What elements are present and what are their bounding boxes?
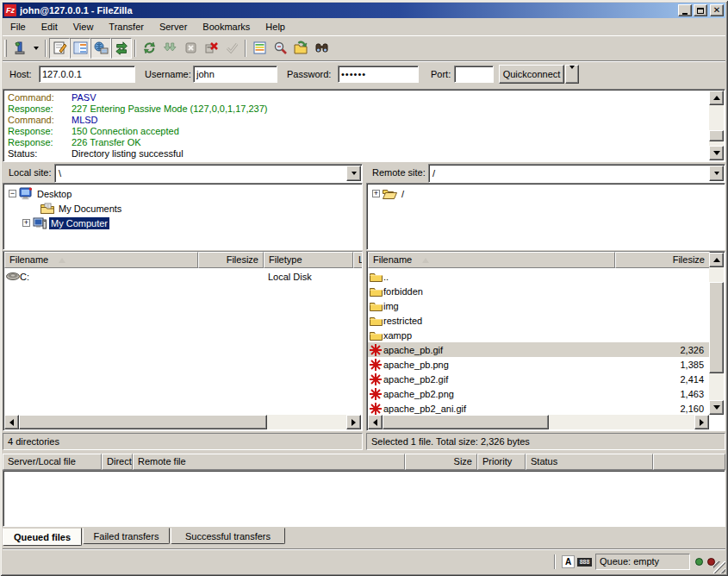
file-name: restricted [383,316,422,326]
menu-file[interactable]: File [3,20,34,34]
column-header-server-local-file[interactable]: Server/Local file [3,454,102,470]
remote-file-row[interactable]: apache_pb2_ani.gif2,160 [368,401,710,416]
ascii-datatype-icon[interactable]: A [562,555,575,568]
remote-file-row[interactable]: apache_pb2.gif2,414 [368,372,710,386]
menu-view[interactable]: View [65,20,102,34]
directory-comparison-button[interactable] [249,38,270,59]
minimize-button[interactable] [678,4,692,16]
process-queue-button[interactable] [159,38,180,59]
remote-site-combo[interactable]: / [428,164,725,183]
remote-file-row[interactable]: xampp [368,328,710,342]
remote-list-hscrollbar[interactable] [368,415,709,429]
column-header-filesize[interactable]: Filesize [198,252,264,268]
find-files-button[interactable] [311,38,332,59]
cancel-button[interactable] [180,38,201,59]
local-site-value: \ [59,168,61,178]
menu-server[interactable]: Server [152,20,195,34]
local-site-dropdown[interactable] [346,166,361,181]
tab-queued-files[interactable]: Queued files [3,528,82,546]
tab-successful-transfers[interactable]: Successful transfers [171,528,285,544]
remote-tree[interactable]: + / [366,183,725,250]
file-size: 1,463 [626,389,704,399]
log-scrollbar[interactable] [709,91,724,160]
menu-transfer[interactable]: Transfer [101,20,152,34]
quickconnect-dropdown-button[interactable] [565,65,579,84]
title-bar[interactable]: Fz john@127.0.0.1 - FileZilla ✕ [3,3,725,18]
disconnect-button[interactable] [201,38,221,59]
menu-bookmarks[interactable]: Bookmarks [195,20,258,34]
remote-list-vscrollbar[interactable] [709,253,724,415]
host-input[interactable] [39,66,135,83]
tree-item-root[interactable]: + / [372,186,406,201]
file-name: apache_pb2.gif [383,374,448,385]
site-manager-dropdown-button[interactable] [30,38,42,59]
tree-item-my-computer[interactable]: + My Computer [22,216,109,230]
tree-item-desktop[interactable]: − Desktop [9,186,73,201]
remote-file-row[interactable]: .. [368,269,710,284]
speedlimit-icon[interactable]: 888 [577,558,592,567]
toggle-local-tree-button[interactable] [70,38,90,59]
port-input[interactable] [454,66,494,83]
collapse-icon[interactable]: − [9,190,16,197]
column-header-filetype[interactable]: Filetype [264,252,353,268]
local-tree[interactable]: − Desktop My Documents + My Computer [3,183,363,250]
username-input[interactable] [193,66,277,83]
toolbar-separator [134,40,136,57]
column-header-filename[interactable]: Filename [368,252,615,268]
column-header-status[interactable]: Status [526,454,653,470]
toggle-message-log-button[interactable] [49,38,70,59]
username-label: Username: [145,69,191,79]
column-header-remote-file[interactable]: Remote file [133,454,405,470]
message-log[interactable]: Command:PASV Response:227 Entering Passi… [3,89,725,162]
menu-edit[interactable]: Edit [34,20,65,34]
expand-icon[interactable]: + [372,190,380,197]
filter-button[interactable] [270,38,290,59]
refresh-button[interactable] [139,38,159,59]
quickconnect-button[interactable]: Quickconnect [499,65,564,84]
password-input[interactable] [338,66,419,83]
remote-site-dropdown[interactable] [709,166,724,181]
column-header-direction[interactable]: Directi... [102,454,133,470]
column-header-priority[interactable]: Priority [477,454,526,470]
local-file-list[interactable]: Filename Filesize Filetype L C: Local Di… [3,251,363,431]
column-header-filename[interactable]: Filename [4,252,198,268]
refresh-icon [142,41,157,55]
file-size: 2,326 [626,345,704,355]
remote-file-row[interactable]: apache_pb2.png1,463 [368,386,710,401]
column-header-lastmodified[interactable]: L [353,252,363,268]
remote-file-row[interactable]: restricted [368,313,710,328]
remote-file-row[interactable]: img [368,298,710,313]
tab-failed-transfers[interactable]: Failed transfers [83,528,170,544]
synchronized-browsing-button[interactable] [290,38,311,59]
hscroll-thumb[interactable] [19,415,267,429]
local-file-row[interactable]: C: Local Disk [4,269,363,284]
remote-site-bar: Remote site: / [366,164,725,183]
hscroll-thumb[interactable] [383,415,549,429]
synchronized-browsing-icon [294,41,308,55]
resize-grip[interactable] [713,561,725,573]
local-list-hscrollbar[interactable] [4,415,361,429]
remote-file-list[interactable]: Filename Filesize .. forbidden img restr… [366,251,725,431]
local-site-combo[interactable]: \ [54,164,363,183]
toggle-remote-tree-button[interactable] [90,38,111,59]
remote-file-row-selected[interactable]: apache_pb.gif2,326 [368,342,710,357]
close-button[interactable]: ✕ [710,4,724,16]
status-bar: A 888 Queue: empty [3,548,725,573]
tree-item-my-documents[interactable]: My Documents [38,201,123,216]
menu-help[interactable]: Help [258,20,293,34]
remote-file-row[interactable]: forbidden [368,284,710,298]
remote-file-row[interactable]: apache_pb.png1,385 [368,357,710,372]
vscroll-thumb[interactable] [709,282,724,373]
column-header-size[interactable]: Size [405,454,477,470]
remote-site-label: Remote site: [368,166,430,181]
column-header-filesize[interactable]: Filesize [615,252,710,268]
log-scrollbar-thumb[interactable] [709,130,724,141]
toggle-queue-view-button[interactable] [111,38,132,59]
expand-icon[interactable]: + [22,219,30,227]
reconnect-button[interactable] [221,38,242,59]
image-file-icon [368,388,383,400]
queue-list[interactable] [3,470,725,527]
site-manager-button[interactable] [9,38,30,59]
column-header-blank[interactable] [653,454,725,470]
maximize-button[interactable] [694,4,707,16]
